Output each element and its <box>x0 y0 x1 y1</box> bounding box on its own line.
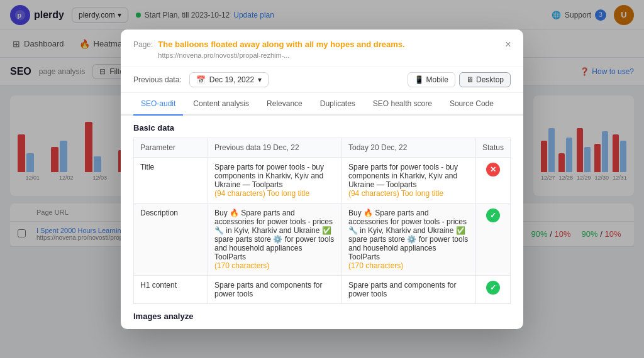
table-row: TitleSpare parts for power tools - buy c… <box>134 157 511 203</box>
today-cell: Buy 🔥 Spare parts and accessories for po… <box>341 203 475 257</box>
mobile-icon: 📱 <box>414 75 424 84</box>
status-ok-icon: ✓ <box>486 209 500 222</box>
prev-cell: Buy 🔥 Spare parts and accessories for po… <box>208 203 341 257</box>
modal-tab-source-code[interactable]: Source Code <box>442 93 501 116</box>
modal-overlay: Page: The balloons floated away along wi… <box>0 0 644 257</box>
modal-body: Basic data Parameter Previous data 19 De… <box>121 116 523 258</box>
today-note: (94 characters) Too long title <box>348 189 469 198</box>
col-header-today: Today 20 Dec, 22 <box>341 138 475 157</box>
param-cell: Description <box>134 203 208 257</box>
prev-cell: Spare parts for power tools - buy compon… <box>208 157 341 203</box>
desktop-label: Desktop <box>476 75 504 84</box>
mobile-label: Mobile <box>426 75 448 84</box>
date-chevron-icon: ▾ <box>258 75 262 84</box>
basic-data-table: Parameter Previous data 19 Dec, 22 Today… <box>133 138 511 258</box>
desktop-button[interactable]: 🖥 Desktop <box>459 72 511 87</box>
status-error-icon: ✕ <box>486 163 500 176</box>
modal-title: The balloons floated away along with all… <box>158 40 404 49</box>
modal-tab-seo-audit[interactable]: SEO-audit <box>133 93 183 116</box>
seo-audit-modal: Page: The balloons floated away along wi… <box>121 30 523 258</box>
col-header-status: Status <box>475 138 510 157</box>
page-label: Page: <box>133 40 153 49</box>
prev-note: (94 characters) Too long title <box>214 189 335 198</box>
modal-header: Page: The balloons floated away along wi… <box>121 30 523 67</box>
modal-tab-seo-health-score[interactable]: SEO health score <box>365 93 440 116</box>
col-header-prev: Previous data 19 Dec, 22 <box>208 138 341 157</box>
param-cell: Title <box>134 157 208 203</box>
modal-tab-content-analysis[interactable]: Content analysis <box>186 93 257 116</box>
modal-controls: Previous data: 📅 Dec 19, 2022 ▾ 📱 Mobile… <box>121 67 523 93</box>
status-cell: ✕ <box>475 157 510 203</box>
modal-url: https://novena.pro/novosti/propal-rezhim… <box>158 52 404 59</box>
basic-data-title: Basic data <box>133 116 511 138</box>
status-cell: ✓ <box>475 203 510 257</box>
col-header-param: Parameter <box>134 138 208 157</box>
today-cell: Spare parts for power tools - buy compon… <box>341 157 475 203</box>
modal-tabs: SEO-auditContent analysisRelevanceDuplic… <box>121 93 523 116</box>
date-selector[interactable]: 📅 Dec 19, 2022 ▾ <box>189 72 269 87</box>
prev-data-label: Previous data: <box>133 75 182 84</box>
table-row: DescriptionBuy 🔥 Spare parts and accesso… <box>134 203 511 257</box>
mobile-button[interactable]: 📱 Mobile <box>408 72 455 87</box>
close-button[interactable]: × <box>501 37 516 52</box>
modal-tab-duplicates[interactable]: Duplicates <box>313 93 363 116</box>
date-value: Dec 19, 2022 <box>209 75 254 84</box>
device-buttons: 📱 Mobile 🖥 Desktop <box>408 72 511 87</box>
calendar-icon: 📅 <box>196 75 206 84</box>
desktop-icon: 🖥 <box>466 75 474 84</box>
modal-tab-relevance[interactable]: Relevance <box>259 93 310 116</box>
